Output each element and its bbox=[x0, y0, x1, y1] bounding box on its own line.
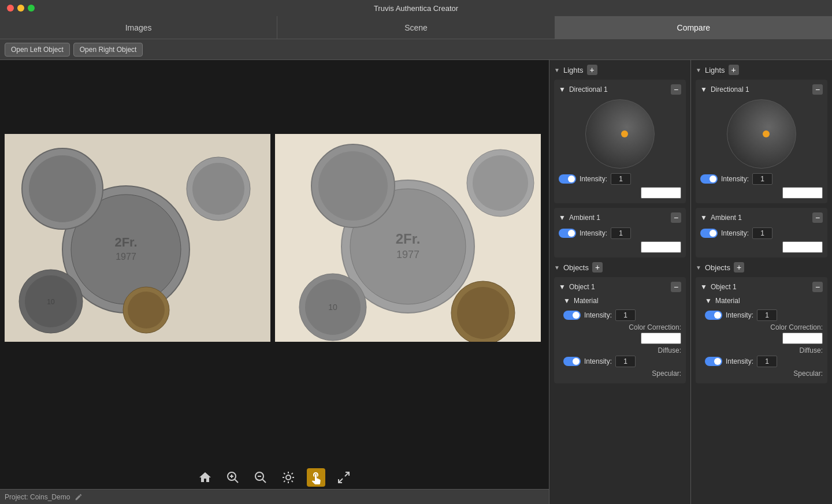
project-label: Project: Coins_Demo bbox=[5, 493, 70, 501]
ambient-header-left: ▼ Ambient 1 − bbox=[559, 212, 681, 223]
lights-label-right: Lights bbox=[705, 66, 725, 74]
lights-section-header-right: ▼ Lights + bbox=[696, 65, 827, 75]
svg-line-34 bbox=[263, 480, 266, 483]
right-coin-svg: 2Fr. 1977 10 bbox=[275, 134, 541, 342]
ambient-intensity-row-left: Intensity: bbox=[559, 227, 681, 239]
directional-minus-right[interactable]: − bbox=[812, 84, 823, 95]
light-dot-left[interactable] bbox=[621, 130, 628, 137]
color-correction-label-right: Color Correction: bbox=[705, 323, 823, 331]
titlebar: Truvis Authentica Creator bbox=[0, 0, 832, 16]
svg-point-27 bbox=[457, 287, 509, 339]
diffuse-toggle-right[interactable] bbox=[705, 357, 722, 366]
objects-add-button-left[interactable]: + bbox=[592, 262, 603, 272]
zoom-out-tool[interactable] bbox=[251, 468, 270, 487]
svg-line-45 bbox=[339, 479, 343, 483]
objects-chevron-left: ▼ bbox=[554, 264, 560, 271]
specular-label-left: Specular: bbox=[563, 369, 681, 378]
material-header-right: ▼ Material bbox=[705, 297, 823, 305]
diffuse-label-left: Diffuse: bbox=[563, 346, 681, 354]
svg-text:2Fr.: 2Fr. bbox=[114, 235, 137, 249]
directional-toggle-right[interactable] bbox=[700, 174, 718, 184]
right-right-panel: ▼ Lights + ▼ Directional 1 − In bbox=[691, 60, 832, 504]
right-image[interactable]: 2Fr. 1977 10 bbox=[275, 134, 541, 342]
specular-label-right: Specular: bbox=[705, 369, 823, 378]
diffuse-intensity-row-left: Intensity: bbox=[563, 356, 681, 367]
ambient-minus-right[interactable]: − bbox=[812, 212, 823, 223]
object-minus-right[interactable]: − bbox=[812, 282, 823, 292]
traffic-lights bbox=[7, 5, 35, 12]
ambient-color-swatch-left[interactable] bbox=[641, 241, 681, 253]
light-ball-left[interactable] bbox=[585, 99, 655, 169]
minimize-button[interactable] bbox=[17, 5, 24, 12]
material-intensity-input-right[interactable] bbox=[757, 309, 777, 321]
directional-intensity-input-left[interactable] bbox=[611, 173, 631, 185]
edit-icon[interactable] bbox=[75, 493, 83, 501]
material-intensity-input-left[interactable] bbox=[615, 309, 636, 321]
directional-intensity-label-left: Intensity: bbox=[580, 175, 607, 183]
light-dot-right[interactable] bbox=[763, 130, 770, 137]
tab-compare[interactable]: Compare bbox=[555, 16, 832, 39]
close-button[interactable] bbox=[7, 5, 14, 12]
ambient-label-left: Ambient 1 bbox=[569, 214, 600, 222]
light-tool[interactable] bbox=[279, 468, 298, 487]
light-ball-container-left[interactable] bbox=[585, 99, 655, 169]
directional-color-swatch-right[interactable] bbox=[782, 187, 823, 199]
light-ball-right[interactable] bbox=[727, 99, 796, 169]
bottom-toolbar bbox=[196, 468, 353, 487]
diffuse-toggle-left[interactable] bbox=[563, 357, 581, 366]
directional-intensity-input-right[interactable] bbox=[752, 173, 772, 185]
directional-label-right: Directional 1 bbox=[711, 85, 749, 94]
directional-header-left: ▼ Directional 1 − bbox=[559, 84, 681, 95]
tab-images[interactable]: Images bbox=[0, 16, 277, 39]
objects-add-button-right[interactable]: + bbox=[734, 262, 744, 272]
svg-text:1977: 1977 bbox=[396, 249, 419, 260]
directional-color-swatch-left[interactable] bbox=[641, 187, 681, 199]
ambient-intensity-input-left[interactable] bbox=[611, 227, 631, 239]
ambient-header-right: ▼ Ambient 1 − bbox=[700, 212, 823, 223]
left-right-panel: ▼ Lights + ▼ Directional 1 − In bbox=[549, 60, 691, 504]
ambient-color-swatch-right[interactable] bbox=[782, 241, 823, 253]
material-toggle-right[interactable] bbox=[705, 311, 722, 320]
svg-line-43 bbox=[292, 473, 293, 474]
ambient-minus-left[interactable]: − bbox=[671, 212, 681, 223]
fullscreen-tool[interactable] bbox=[335, 468, 353, 487]
material-section-right: ▼ Material Intensity: Color Correction: … bbox=[705, 297, 823, 378]
directional-toggle-left[interactable] bbox=[559, 174, 576, 184]
lights-add-button-left[interactable]: + bbox=[587, 65, 597, 75]
material-label-left: Material bbox=[574, 297, 599, 305]
color-correction-swatch-right[interactable] bbox=[782, 333, 823, 344]
diffuse-intensity-input-right[interactable] bbox=[757, 356, 777, 367]
zoom-in-tool[interactable] bbox=[224, 468, 242, 487]
svg-point-13 bbox=[128, 292, 165, 328]
color-correction-label-left: Color Correction: bbox=[563, 323, 681, 331]
object-subsection-left: ▼ Object 1 − ▼ Material Intensity: Co bbox=[554, 277, 686, 383]
images-container: 2Fr. 1977 10 bbox=[0, 129, 549, 346]
color-correction-swatch-left[interactable] bbox=[641, 333, 681, 344]
home-tool[interactable] bbox=[196, 468, 214, 487]
ambient-toggle-left[interactable] bbox=[559, 229, 576, 238]
open-right-object-button[interactable]: Open Right Object bbox=[73, 43, 143, 57]
ambient-intensity-label-right: Intensity: bbox=[721, 229, 749, 237]
lights-chevron-left: ▼ bbox=[554, 67, 560, 73]
lights-chevron-right: ▼ bbox=[696, 67, 701, 73]
left-image[interactable]: 2Fr. 1977 10 bbox=[5, 134, 270, 342]
object-minus-left[interactable]: − bbox=[671, 282, 681, 292]
ambient-intensity-input-right[interactable] bbox=[752, 227, 772, 239]
directional-intensity-row-left: Intensity: bbox=[559, 173, 681, 185]
ambient-subsection-left: ▼ Ambient 1 − Intensity: bbox=[554, 208, 686, 257]
ambient-toggle-right[interactable] bbox=[700, 229, 718, 238]
svg-line-31 bbox=[235, 480, 239, 483]
open-left-object-button[interactable]: Open Left Object bbox=[5, 43, 70, 57]
tab-scene[interactable]: Scene bbox=[277, 16, 555, 39]
diffuse-intensity-input-left[interactable] bbox=[615, 356, 636, 367]
lights-add-button-right[interactable]: + bbox=[729, 65, 739, 75]
objects-section-header-left: ▼ Objects + bbox=[554, 262, 686, 272]
maximize-button[interactable] bbox=[28, 5, 35, 12]
directional-minus-left[interactable]: − bbox=[671, 84, 681, 95]
ambient-intensity-row-right: Intensity: bbox=[700, 227, 823, 239]
directional-label-left: Directional 1 bbox=[569, 85, 608, 94]
light-ball-container-right[interactable] bbox=[727, 99, 796, 169]
pan-tool[interactable] bbox=[307, 468, 325, 487]
material-toggle-left[interactable] bbox=[563, 311, 581, 320]
material-intensity-label-right: Intensity: bbox=[726, 311, 753, 319]
